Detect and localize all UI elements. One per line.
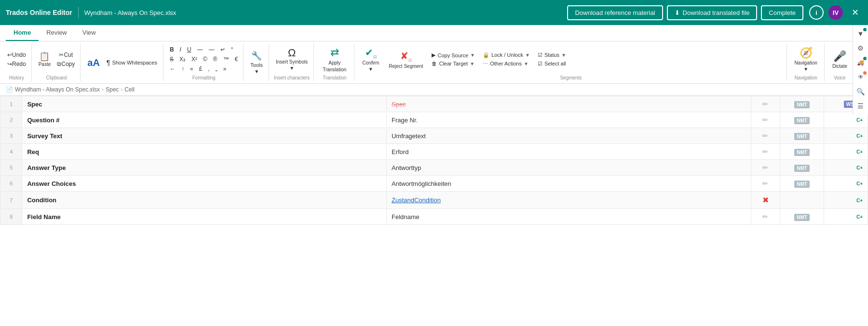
more-chars-2[interactable]: — bbox=[206, 45, 217, 54]
download-ref-button[interactable]: Download reference material bbox=[567, 5, 663, 20]
navigation-button[interactable]: 🧭 Navigation ▼ bbox=[791, 45, 821, 73]
tab-review[interactable]: Review bbox=[39, 25, 75, 41]
edit-icon[interactable]: ✏ bbox=[762, 213, 768, 221]
clear-target-button[interactable]: 🗑 Clear Target ▼ bbox=[429, 60, 478, 67]
close-button[interactable]: ✕ bbox=[848, 5, 862, 20]
more-chars-1[interactable]: — bbox=[195, 45, 205, 54]
score-badge: C+ bbox=[856, 149, 863, 155]
action-cell[interactable]: ✏ bbox=[751, 112, 780, 128]
cut-button[interactable]: ✂ Cut bbox=[54, 51, 77, 59]
comma-btn[interactable]: , bbox=[205, 65, 212, 73]
copyright-btn[interactable]: © bbox=[201, 55, 210, 64]
avatar-button[interactable]: IV bbox=[828, 5, 843, 20]
action-cell[interactable]: ✏ bbox=[751, 144, 780, 160]
edit-icon[interactable]: ✏ bbox=[762, 132, 768, 140]
row-number: 2 bbox=[0, 112, 22, 128]
row-number: 5 bbox=[0, 160, 22, 176]
arrow-btn[interactable]: ← bbox=[167, 65, 178, 73]
target-cell[interactable]: Feldname bbox=[386, 209, 751, 225]
action-cell[interactable]: ✖ bbox=[751, 192, 780, 209]
target-cell[interactable]: Erford bbox=[386, 144, 751, 160]
paste-button[interactable]: 📋 Paste bbox=[36, 51, 54, 68]
table-row[interactable]: 6Answer ChoicesAntwortmöglichkeiten✏NMTC… bbox=[0, 176, 868, 192]
table-row[interactable]: 4ReqErford✏NMTC+ bbox=[0, 144, 868, 160]
copy-source-button[interactable]: ▶ Copy Source ▼ bbox=[429, 51, 478, 59]
insert-symbols-button[interactable]: Ω Insert Symbols ▼ bbox=[273, 46, 311, 72]
formatting-label: Formatting bbox=[167, 74, 240, 80]
registered-btn[interactable]: ® bbox=[211, 55, 220, 64]
reject-segment-button[interactable]: ✘☑ Reject Segment bbox=[385, 49, 427, 70]
show-whitespace-button[interactable]: ¶ Show Whitespaces bbox=[104, 57, 160, 68]
edit-icon[interactable]: ✏ bbox=[762, 164, 768, 171]
bold-button[interactable]: B bbox=[167, 45, 176, 54]
action-cell[interactable]: ✏ bbox=[751, 209, 780, 225]
underline-button[interactable]: U bbox=[185, 45, 194, 54]
search-icon-btn[interactable]: 🔍 bbox=[854, 85, 868, 98]
table-row[interactable]: 5Answer TypeAntworttyp✏NMTC+ bbox=[0, 160, 868, 176]
tools-button[interactable]: 🔧 Tools ▼ bbox=[247, 49, 266, 76]
history-group: ↩ Undo ↪ Redo History bbox=[2, 43, 32, 81]
error-icon[interactable]: ✖ bbox=[762, 196, 769, 204]
edit-icon[interactable]: ✏ bbox=[762, 116, 768, 124]
target-cell[interactable]: Spec bbox=[386, 96, 751, 112]
edit-icon[interactable]: ✏ bbox=[762, 180, 768, 187]
edit-icon[interactable]: ✏ bbox=[762, 100, 768, 108]
source-cell: Spec bbox=[22, 96, 387, 112]
settings-icon-btn[interactable]: ⚙ bbox=[854, 41, 868, 55]
confirm-button[interactable]: ✔☑ Confirm ▼ bbox=[358, 45, 383, 73]
target-cell[interactable]: Antwortmöglichkeiten bbox=[386, 176, 751, 192]
action-cell[interactable]: ✏ bbox=[751, 160, 780, 176]
action-cell[interactable]: ✏ bbox=[751, 96, 780, 112]
trademark-btn[interactable]: ™ bbox=[221, 55, 231, 64]
target-cell[interactable]: Frage Nr. bbox=[386, 112, 751, 128]
tab-view[interactable]: View bbox=[75, 25, 104, 41]
strikethrough-button[interactable]: S bbox=[167, 55, 176, 64]
info-button[interactable]: i bbox=[809, 5, 824, 20]
lowquote-btn[interactable]: „ bbox=[213, 65, 220, 73]
superscript-button[interactable]: X² bbox=[189, 55, 200, 64]
copy-button[interactable]: ⧉ Copy bbox=[54, 60, 77, 68]
euro-btn[interactable]: € bbox=[232, 55, 241, 64]
table-row[interactable]: 2Question #Frage Nr.✏NMTC+ bbox=[0, 112, 868, 128]
download-translated-button[interactable]: ⬇ Download translated file bbox=[667, 5, 758, 20]
table-row[interactable]: 1SpecSpec✏NMTWSN+ bbox=[0, 96, 868, 112]
undo-button[interactable]: ↩ Undo bbox=[5, 51, 28, 59]
pound-btn[interactable]: £ bbox=[197, 65, 205, 73]
guillemet-btn[interactable]: « bbox=[188, 65, 196, 73]
complete-button[interactable]: Complete bbox=[761, 5, 803, 20]
apply-translation-button[interactable]: ⇄ Apply Translation bbox=[318, 44, 351, 74]
tab-home[interactable]: Home bbox=[6, 25, 39, 41]
redo-button[interactable]: ↪ Redo bbox=[5, 60, 28, 68]
select-all-button[interactable]: ☑ Select all bbox=[535, 60, 569, 68]
target-cell[interactable]: Antworttyp bbox=[386, 160, 751, 176]
eye-icon: 👁 bbox=[858, 74, 864, 80]
ribbon-tabs: Home Review View bbox=[0, 25, 868, 41]
filter-icon-btn[interactable]: ▼ bbox=[854, 27, 868, 40]
dictate-button[interactable]: 🎤 Dictate bbox=[828, 49, 851, 70]
target-cell[interactable]: Umfragetext bbox=[386, 128, 751, 144]
status-button[interactable]: ☑ Status ▼ bbox=[535, 51, 569, 59]
list-icon-btn[interactable]: ☰ bbox=[854, 99, 868, 113]
edit-icon[interactable]: ✏ bbox=[762, 148, 768, 156]
table-row[interactable]: 8Field NameFeldname✏NMTC+ bbox=[0, 209, 868, 225]
more-chars-3[interactable]: ↵ bbox=[218, 45, 228, 54]
rguill-btn[interactable]: » bbox=[221, 65, 229, 73]
italic-button[interactable]: I bbox=[177, 45, 184, 54]
truck-icon-btn[interactable]: 🚚 bbox=[854, 56, 868, 69]
other-actions-button[interactable]: ⋯ Other Actions ▼ bbox=[480, 60, 533, 68]
formatting-group: B I U — — ↵ ° S X₂ X² © ® ™ € bbox=[164, 43, 244, 81]
more-chars-4[interactable]: ° bbox=[229, 45, 236, 54]
action-cell[interactable]: ✏ bbox=[751, 176, 780, 192]
action-cell[interactable]: ✏ bbox=[751, 128, 780, 144]
table-row[interactable]: 7ConditionZustandCondition✖C+ bbox=[0, 192, 868, 209]
target-cell[interactable]: ZustandCondition bbox=[386, 192, 751, 209]
up-arr-btn[interactable]: ↑ bbox=[179, 65, 187, 73]
subscript-button[interactable]: X₂ bbox=[177, 55, 188, 64]
strikethrough-text: Spec bbox=[392, 101, 406, 108]
change-case-button[interactable]: aA bbox=[84, 56, 103, 69]
table-row[interactable]: 3Survey TextUmfragetext✏NMTC+ bbox=[0, 128, 868, 144]
row-number: 7 bbox=[0, 192, 22, 209]
lock-unlock-button[interactable]: 🔒 Lock / Unlock ▼ bbox=[480, 51, 533, 59]
eye-icon-btn[interactable]: 👁 bbox=[854, 70, 868, 84]
history-label: History bbox=[5, 74, 28, 80]
